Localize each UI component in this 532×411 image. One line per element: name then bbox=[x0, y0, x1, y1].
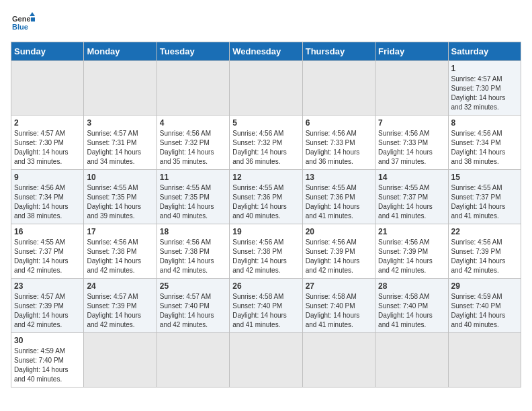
cell-content: Sunrise: 4:56 AMSunset: 7:39 PMDaylight:… bbox=[451, 238, 518, 275]
calendar-cell: 15Sunrise: 4:55 AMSunset: 7:37 PMDayligh… bbox=[448, 170, 521, 224]
cell-content: Sunrise: 4:59 AMSunset: 7:40 PMDaylight:… bbox=[451, 292, 518, 330]
day-number: 10 bbox=[87, 173, 153, 182]
calendar-table: SundayMondayTuesdayWednesdayThursdayFrid… bbox=[11, 42, 521, 387]
day-number: 24 bbox=[87, 281, 153, 291]
cell-content: Sunrise: 4:57 AMSunset: 7:30 PMDaylight:… bbox=[14, 129, 81, 167]
cell-content: Sunrise: 4:58 AMSunset: 7:40 PMDaylight:… bbox=[378, 292, 445, 330]
day-number: 6 bbox=[306, 118, 372, 128]
day-number: 8 bbox=[451, 118, 518, 128]
day-number: 2 bbox=[14, 118, 81, 128]
calendar-cell: 8Sunrise: 4:56 AMSunset: 7:34 PMDaylight… bbox=[448, 116, 521, 170]
day-number: 30 bbox=[14, 336, 81, 345]
calendar-cell: 10Sunrise: 4:55 AMSunset: 7:35 PMDayligh… bbox=[84, 170, 157, 224]
page-header: General Blue bbox=[11, 11, 521, 35]
cell-content: Sunrise: 4:55 AMSunset: 7:37 PMDaylight:… bbox=[378, 183, 445, 221]
calendar-body: 1Sunrise: 4:57 AMSunset: 7:30 PMDaylight… bbox=[11, 61, 521, 387]
day-number: 5 bbox=[232, 118, 299, 128]
cell-content: Sunrise: 4:56 AMSunset: 7:32 PMDaylight:… bbox=[232, 129, 299, 167]
calendar-cell bbox=[448, 333, 521, 387]
day-number: 16 bbox=[14, 227, 81, 236]
day-number: 20 bbox=[306, 227, 372, 236]
weekday-header-sunday: Sunday bbox=[11, 42, 84, 61]
weekday-header-friday: Friday bbox=[375, 42, 448, 61]
calendar-cell: 11Sunrise: 4:55 AMSunset: 7:35 PMDayligh… bbox=[157, 170, 229, 224]
cell-content: Sunrise: 4:55 AMSunset: 7:37 PMDaylight:… bbox=[451, 183, 518, 221]
day-number: 22 bbox=[451, 227, 518, 236]
cell-content: Sunrise: 4:56 AMSunset: 7:32 PMDaylight:… bbox=[160, 129, 226, 167]
calendar-header: SundayMondayTuesdayWednesdayThursdayFrid… bbox=[11, 42, 521, 61]
calendar-cell: 17Sunrise: 4:56 AMSunset: 7:38 PMDayligh… bbox=[84, 224, 157, 279]
calendar-cell: 16Sunrise: 4:55 AMSunset: 7:37 PMDayligh… bbox=[11, 224, 84, 279]
cell-content: Sunrise: 4:56 AMSunset: 7:34 PMDaylight:… bbox=[14, 183, 81, 221]
day-number: 23 bbox=[14, 281, 81, 291]
calendar-cell bbox=[84, 333, 157, 387]
calendar-cell: 29Sunrise: 4:59 AMSunset: 7:40 PMDayligh… bbox=[448, 279, 521, 333]
calendar-cell: 21Sunrise: 4:56 AMSunset: 7:39 PMDayligh… bbox=[375, 224, 448, 279]
day-number: 4 bbox=[160, 118, 226, 128]
cell-content: Sunrise: 4:57 AMSunset: 7:39 PMDaylight:… bbox=[87, 292, 153, 330]
cell-content: Sunrise: 4:56 AMSunset: 7:33 PMDaylight:… bbox=[306, 129, 372, 167]
day-number: 14 bbox=[378, 173, 445, 182]
cell-content: Sunrise: 4:57 AMSunset: 7:40 PMDaylight:… bbox=[160, 292, 226, 330]
calendar-cell: 2Sunrise: 4:57 AMSunset: 7:30 PMDaylight… bbox=[11, 116, 84, 170]
calendar-cell: 24Sunrise: 4:57 AMSunset: 7:39 PMDayligh… bbox=[84, 279, 157, 333]
calendar-cell: 14Sunrise: 4:55 AMSunset: 7:37 PMDayligh… bbox=[375, 170, 448, 224]
cell-content: Sunrise: 4:55 AMSunset: 7:35 PMDaylight:… bbox=[87, 183, 153, 221]
calendar-cell: 4Sunrise: 4:56 AMSunset: 7:32 PMDaylight… bbox=[157, 116, 229, 170]
day-number: 28 bbox=[378, 281, 445, 291]
calendar-cell: 22Sunrise: 4:56 AMSunset: 7:39 PMDayligh… bbox=[448, 224, 521, 279]
day-number: 1 bbox=[451, 64, 518, 73]
day-number: 7 bbox=[378, 118, 445, 128]
calendar-cell bbox=[375, 333, 448, 387]
day-number: 27 bbox=[306, 281, 372, 291]
calendar-cell: 12Sunrise: 4:55 AMSunset: 7:36 PMDayligh… bbox=[230, 170, 302, 224]
cell-content: Sunrise: 4:56 AMSunset: 7:33 PMDaylight:… bbox=[378, 129, 445, 167]
day-number: 15 bbox=[451, 173, 518, 182]
calendar-cell bbox=[11, 61, 84, 116]
cell-content: Sunrise: 4:56 AMSunset: 7:34 PMDaylight:… bbox=[451, 129, 518, 167]
calendar-cell: 1Sunrise: 4:57 AMSunset: 7:30 PMDaylight… bbox=[448, 61, 521, 116]
svg-marker-2 bbox=[30, 12, 35, 16]
cell-content: Sunrise: 4:57 AMSunset: 7:31 PMDaylight:… bbox=[87, 129, 153, 167]
calendar-cell: 5Sunrise: 4:56 AMSunset: 7:32 PMDaylight… bbox=[230, 116, 302, 170]
calendar-cell: 23Sunrise: 4:57 AMSunset: 7:39 PMDayligh… bbox=[11, 279, 84, 333]
day-number: 11 bbox=[160, 173, 226, 182]
svg-marker-3 bbox=[31, 17, 35, 21]
cell-content: Sunrise: 4:56 AMSunset: 7:39 PMDaylight:… bbox=[378, 238, 445, 275]
calendar-cell: 9Sunrise: 4:56 AMSunset: 7:34 PMDaylight… bbox=[11, 170, 84, 224]
calendar-cell: 3Sunrise: 4:57 AMSunset: 7:31 PMDaylight… bbox=[84, 116, 157, 170]
day-number: 19 bbox=[232, 227, 299, 236]
calendar-cell bbox=[157, 61, 229, 116]
calendar-cell: 19Sunrise: 4:56 AMSunset: 7:38 PMDayligh… bbox=[230, 224, 302, 279]
weekday-header-wednesday: Wednesday bbox=[230, 42, 302, 61]
day-number: 25 bbox=[160, 281, 226, 291]
day-number: 21 bbox=[378, 227, 445, 236]
calendar-cell: 6Sunrise: 4:56 AMSunset: 7:33 PMDaylight… bbox=[302, 116, 375, 170]
calendar-cell: 28Sunrise: 4:58 AMSunset: 7:40 PMDayligh… bbox=[375, 279, 448, 333]
calendar-cell bbox=[302, 333, 375, 387]
svg-text:Blue: Blue bbox=[12, 23, 28, 31]
cell-content: Sunrise: 4:55 AMSunset: 7:36 PMDaylight:… bbox=[232, 183, 299, 221]
calendar-cell bbox=[157, 333, 229, 387]
cell-content: Sunrise: 4:55 AMSunset: 7:37 PMDaylight:… bbox=[14, 238, 81, 275]
cell-content: Sunrise: 4:56 AMSunset: 7:38 PMDaylight:… bbox=[160, 238, 226, 275]
cell-content: Sunrise: 4:57 AMSunset: 7:30 PMDaylight:… bbox=[451, 75, 518, 112]
calendar-cell: 27Sunrise: 4:58 AMSunset: 7:40 PMDayligh… bbox=[302, 279, 375, 333]
calendar-cell bbox=[84, 61, 157, 116]
calendar-cell bbox=[375, 61, 448, 116]
cell-content: Sunrise: 4:58 AMSunset: 7:40 PMDaylight:… bbox=[232, 292, 299, 330]
calendar-cell: 25Sunrise: 4:57 AMSunset: 7:40 PMDayligh… bbox=[157, 279, 229, 333]
cell-content: Sunrise: 4:55 AMSunset: 7:35 PMDaylight:… bbox=[160, 183, 226, 221]
day-number: 3 bbox=[87, 118, 153, 128]
weekday-header-monday: Monday bbox=[84, 42, 157, 61]
day-number: 29 bbox=[451, 281, 518, 291]
day-number: 12 bbox=[232, 173, 299, 182]
calendar-cell bbox=[302, 61, 375, 116]
weekday-header-saturday: Saturday bbox=[448, 42, 521, 61]
day-number: 18 bbox=[160, 227, 226, 236]
cell-content: Sunrise: 4:57 AMSunset: 7:39 PMDaylight:… bbox=[14, 292, 81, 330]
calendar-cell: 13Sunrise: 4:55 AMSunset: 7:36 PMDayligh… bbox=[302, 170, 375, 224]
day-number: 13 bbox=[306, 173, 372, 182]
cell-content: Sunrise: 4:55 AMSunset: 7:36 PMDaylight:… bbox=[306, 183, 372, 221]
day-number: 17 bbox=[87, 227, 153, 236]
